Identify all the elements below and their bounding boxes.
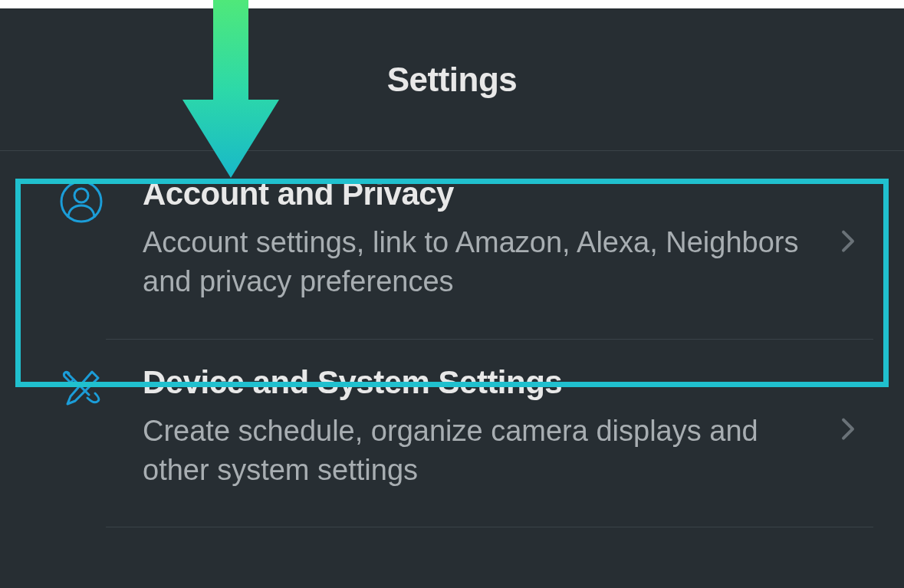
settings-screen: Settings Account and Privacy Account set… xyxy=(0,8,904,588)
svg-point-1 xyxy=(74,189,88,202)
settings-item-title: Device and System Settings xyxy=(143,364,804,401)
settings-item-description: Account settings, link to Amazon, Alexa,… xyxy=(143,223,804,302)
tools-icon xyxy=(60,369,106,415)
chevron-right-icon xyxy=(841,418,855,444)
settings-item-title: Account and Privacy xyxy=(143,176,804,212)
user-icon xyxy=(60,180,106,226)
settings-item-device-system[interactable]: Device and System Settings Create schedu… xyxy=(0,340,904,528)
settings-item-description: Create schedule, organize camera display… xyxy=(143,412,804,491)
settings-item-account-privacy[interactable]: Account and Privacy Account settings, li… xyxy=(0,151,904,340)
settings-header: Settings xyxy=(0,8,904,151)
chevron-right-icon xyxy=(841,229,855,255)
page-title: Settings xyxy=(387,61,518,99)
